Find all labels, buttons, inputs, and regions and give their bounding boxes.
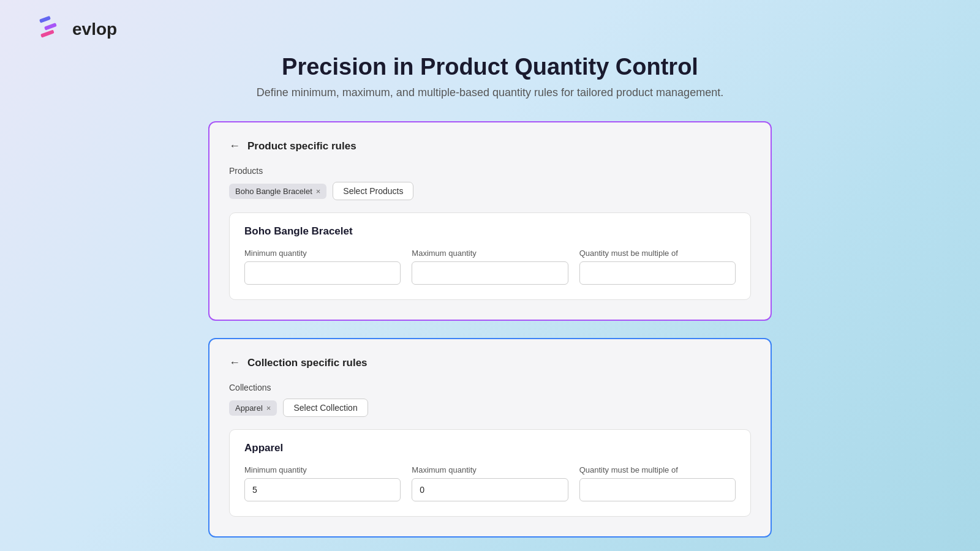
collection-tag-row: Apparel × Select Collection xyxy=(229,399,751,417)
logo-text: evlop xyxy=(72,20,117,39)
collection-name: Apparel xyxy=(244,442,736,454)
product-card-title: Product specific rules xyxy=(247,140,356,152)
header: evlop xyxy=(0,0,980,54)
product-multiple-qty-input[interactable] xyxy=(579,261,736,285)
collection-min-qty-label: Minimum quantity xyxy=(244,465,401,474)
collection-fields-row: Minimum quantity Maximum quantity Quanti… xyxy=(244,465,736,501)
product-detail-card: Boho Bangle Bracelet Minimum quantity Ma… xyxy=(229,212,751,300)
collection-tag-close[interactable]: × xyxy=(266,403,271,413)
collection-min-qty-group: Minimum quantity xyxy=(244,465,401,501)
collection-detail-card: Apparel Minimum quantity Maximum quantit… xyxy=(229,429,751,517)
collection-tag-label: Apparel xyxy=(235,403,263,413)
main-content: Precision in Product Quantity Control De… xyxy=(0,54,980,551)
product-name: Boho Bangle Bracelet xyxy=(244,225,736,238)
collection-section-label: Collections xyxy=(229,383,751,392)
product-fields-row: Minimum quantity Maximum quantity Quanti… xyxy=(244,249,736,285)
product-tag: Boho Bangle Bracelet × xyxy=(229,184,326,199)
evlop-logo-icon xyxy=(37,15,66,44)
product-min-qty-input[interactable] xyxy=(244,261,401,285)
product-rules-card: ← Product specific rules Products Boho B… xyxy=(208,121,772,321)
collection-card-header: ← Collection specific rules xyxy=(229,356,751,369)
product-multiple-qty-label: Quantity must be multiple of xyxy=(579,249,736,258)
collection-card-title: Collection specific rules xyxy=(247,357,368,369)
collection-rules-card: ← Collection specific rules Collections … xyxy=(208,338,772,538)
collection-multiple-qty-input[interactable] xyxy=(579,478,736,501)
svg-rect-2 xyxy=(40,29,55,37)
collection-tag: Apparel × xyxy=(229,400,277,416)
product-back-arrow[interactable]: ← xyxy=(229,140,240,152)
collection-min-qty-input[interactable] xyxy=(244,478,401,501)
product-tag-label: Boho Bangle Bracelet xyxy=(235,187,312,196)
product-multiple-qty-group: Quantity must be multiple of xyxy=(579,249,736,285)
collection-max-qty-label: Maximum quantity xyxy=(412,465,568,474)
svg-rect-0 xyxy=(39,16,51,23)
product-section-label: Products xyxy=(229,166,751,176)
page-title: Precision in Product Quantity Control xyxy=(282,54,698,80)
collection-back-arrow[interactable]: ← xyxy=(229,356,240,369)
product-max-qty-input[interactable] xyxy=(412,261,568,285)
product-card-header: ← Product specific rules xyxy=(229,140,751,152)
page-subtitle: Define minimum, maximum, and multiple-ba… xyxy=(257,86,723,99)
product-min-qty-label: Minimum quantity xyxy=(244,249,401,258)
product-tag-row: Boho Bangle Bracelet × Select Products xyxy=(229,182,751,200)
product-min-qty-group: Minimum quantity xyxy=(244,249,401,285)
collection-max-qty-group: Maximum quantity xyxy=(412,465,568,501)
logo: evlop xyxy=(37,15,117,44)
select-collection-button[interactable]: Select Collection xyxy=(283,399,368,417)
svg-rect-1 xyxy=(44,23,57,30)
collection-max-qty-input[interactable] xyxy=(412,478,568,501)
product-max-qty-group: Maximum quantity xyxy=(412,249,568,285)
collection-multiple-qty-group: Quantity must be multiple of xyxy=(579,465,736,501)
product-max-qty-label: Maximum quantity xyxy=(412,249,568,258)
collection-multiple-qty-label: Quantity must be multiple of xyxy=(579,465,736,474)
product-tag-close[interactable]: × xyxy=(316,187,321,196)
select-products-button[interactable]: Select Products xyxy=(333,182,413,200)
